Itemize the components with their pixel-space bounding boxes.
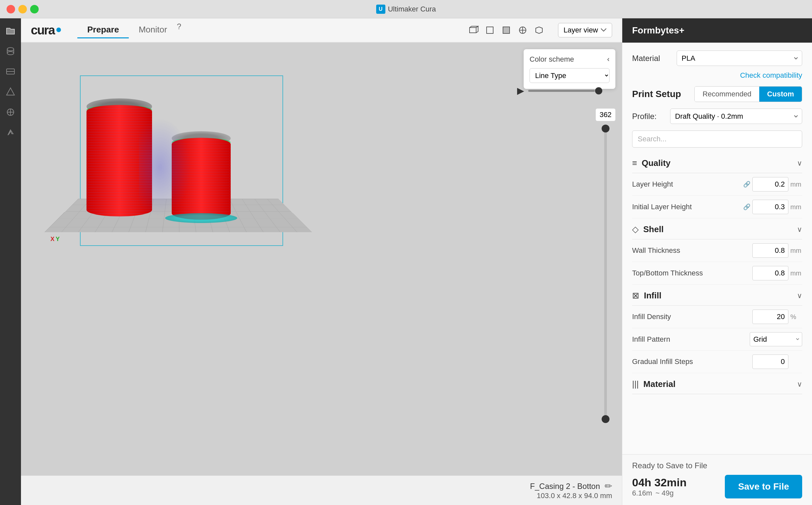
profile-row: Profile: Draft Quality · 0.2mm Standard …	[632, 109, 802, 124]
material-select[interactable]: PLA PLA+ ABS PETG	[677, 50, 802, 66]
tab-prepare[interactable]: Prepare	[77, 22, 129, 38]
layer-height-input[interactable]	[752, 177, 788, 191]
svg-point-3	[7, 51, 14, 55]
playback-slider[interactable]	[528, 90, 602, 92]
quality-settings: Layer Height 🔗 mm Initial Layer Height 🔗…	[632, 173, 802, 218]
initial-layer-height-input[interactable]	[752, 200, 788, 214]
edit-object-icon[interactable]: ✏	[604, 481, 612, 492]
cylinder-left-body	[86, 105, 152, 216]
infill-chevron-icon: ∨	[797, 292, 802, 300]
quality-icon: ≡	[632, 158, 637, 168]
check-compatibility-link[interactable]: Check compatibility	[740, 71, 802, 79]
color-scheme-select[interactable]: Line Type Speed Material Color	[530, 68, 609, 83]
cylinder-right-base	[165, 213, 237, 223]
shell-section: ◇ Shell ∨ Wall Thickness mm Top/Bottom T…	[632, 220, 802, 285]
top-bottom-label: Top/Bottom Thickness	[632, 269, 752, 278]
sidebar-item-shape5[interactable]	[1, 123, 20, 142]
view-3d-icon[interactable]	[468, 24, 479, 36]
infill-pattern-label: Infill Pattern	[632, 335, 750, 344]
maximize-button[interactable]	[30, 5, 39, 13]
wall-thickness-unit: mm	[790, 247, 802, 255]
initial-layer-height-label: Initial Layer Height	[632, 203, 743, 211]
shell-header-left: ◇ Shell	[632, 224, 663, 234]
view-front-icon[interactable]	[484, 24, 496, 36]
view-icons	[468, 24, 545, 36]
app-title: U Ultimaker Cura	[376, 5, 436, 14]
ready-to-save-section: Ready to Save to File 04h 32min 6.16m ~ …	[622, 454, 812, 505]
filament-length: 6.16m	[632, 489, 652, 497]
infill-icon: ⊠	[632, 291, 639, 301]
wall-thickness-label: Wall Thickness	[632, 246, 752, 255]
logo-text: cura	[31, 23, 54, 37]
svg-rect-10	[470, 27, 476, 33]
search-input[interactable]	[632, 131, 802, 148]
infill-density-input[interactable]	[752, 310, 788, 324]
custom-button[interactable]: Custom	[759, 87, 802, 102]
sidebar-item-shape3[interactable]	[1, 82, 20, 101]
initial-layer-height-link-icon[interactable]: 🔗	[743, 203, 752, 210]
help-icon[interactable]: ?	[177, 22, 181, 38]
view-bottom-icon[interactable]	[533, 24, 545, 36]
quality-header-left: ≡ Quality	[632, 158, 670, 168]
sidebar-item-folder[interactable]	[1, 22, 20, 40]
svg-point-0	[7, 47, 14, 51]
right-panel-header: Formbytes+	[622, 18, 812, 43]
material-label: Material	[632, 54, 671, 63]
canvas-area[interactable]: Color scheme ‹ Line Type Speed Material …	[21, 43, 622, 476]
infill-title: Infill	[644, 291, 661, 301]
logo-dot	[56, 27, 61, 32]
print-time: 04h 32min	[632, 476, 687, 489]
shell-section-header[interactable]: ◇ Shell ∨	[632, 220, 802, 239]
wall-thickness-input[interactable]	[752, 243, 788, 258]
gradual-infill-input[interactable]	[752, 354, 788, 369]
layer-view-dropdown[interactable]: Layer view	[558, 23, 612, 37]
view-side-icon[interactable]	[500, 24, 512, 36]
close-button[interactable]	[7, 5, 15, 13]
object-dimensions: 103.0 x 42.8 x 94.0 mm	[530, 492, 612, 500]
titlebar: U Ultimaker Cura	[0, 0, 812, 18]
play-button[interactable]: ▶	[517, 85, 524, 96]
minimize-button[interactable]	[18, 5, 27, 13]
color-scheme-collapse-icon[interactable]: ‹	[607, 55, 609, 63]
layer-slider-track[interactable]	[604, 125, 607, 423]
axis-y: Y	[56, 236, 60, 243]
recommended-button[interactable]: Recommended	[695, 87, 759, 102]
profile-select[interactable]: Draft Quality · 0.2mm Standard Quality ·…	[670, 109, 802, 124]
3d-scene[interactable]: X Y	[47, 75, 316, 259]
color-scheme-panel: Color scheme ‹ Line Type Speed Material …	[524, 49, 615, 89]
main-toolbar: cura Prepare Monitor ?	[21, 18, 622, 43]
app-icon: U	[376, 5, 385, 14]
infill-header-left: ⊠ Infill	[632, 291, 661, 301]
sidebar-item-shape4[interactable]	[1, 103, 20, 121]
infill-density-row: Infill Density %	[632, 306, 802, 328]
infill-section-header[interactable]: ⊠ Infill ∨	[632, 286, 802, 306]
material-section-header[interactable]: ||| Material ∨	[632, 374, 802, 394]
initial-layer-height-unit: mm	[790, 203, 802, 211]
layer-slider-thumb-top[interactable]	[602, 125, 609, 133]
tab-monitor[interactable]: Monitor	[129, 22, 177, 38]
layer-height-unit: mm	[790, 181, 802, 188]
top-bottom-input[interactable]	[752, 266, 788, 280]
left-sidebar	[0, 18, 21, 505]
filament-weight: ~ 49g	[655, 489, 674, 497]
svg-rect-12	[503, 27, 510, 33]
sidebar-item-shape1[interactable]	[1, 42, 20, 60]
nav-tabs: Prepare Monitor ?	[77, 22, 181, 38]
top-bottom-thickness-row: Top/Bottom Thickness mm	[632, 262, 802, 285]
save-to-file-button[interactable]: Save to File	[725, 475, 802, 498]
playback-bar: ▶	[517, 85, 602, 96]
layer-height-link-icon[interactable]: 🔗	[743, 181, 752, 188]
view-top-icon[interactable]	[517, 24, 529, 36]
center-area: cura Prepare Monitor ?	[21, 18, 622, 505]
quality-section-header[interactable]: ≡ Quality ∨	[632, 153, 802, 173]
layer-slider-thumb-bottom[interactable]	[602, 415, 609, 423]
material-section-title: Material	[643, 379, 675, 389]
sidebar-item-shape2[interactable]	[1, 62, 20, 81]
shell-icon: ◇	[632, 224, 639, 234]
right-panel-title: Formbytes+	[632, 25, 685, 36]
infill-pattern-select[interactable]: Grid Lines Triangles Honeycomb	[750, 332, 802, 346]
axis-indicator: X Y	[50, 236, 60, 243]
profile-label: Profile:	[632, 112, 665, 121]
axis-x: X	[50, 236, 54, 243]
print-setup-header: Print Setup Recommended Custom	[632, 86, 802, 102]
